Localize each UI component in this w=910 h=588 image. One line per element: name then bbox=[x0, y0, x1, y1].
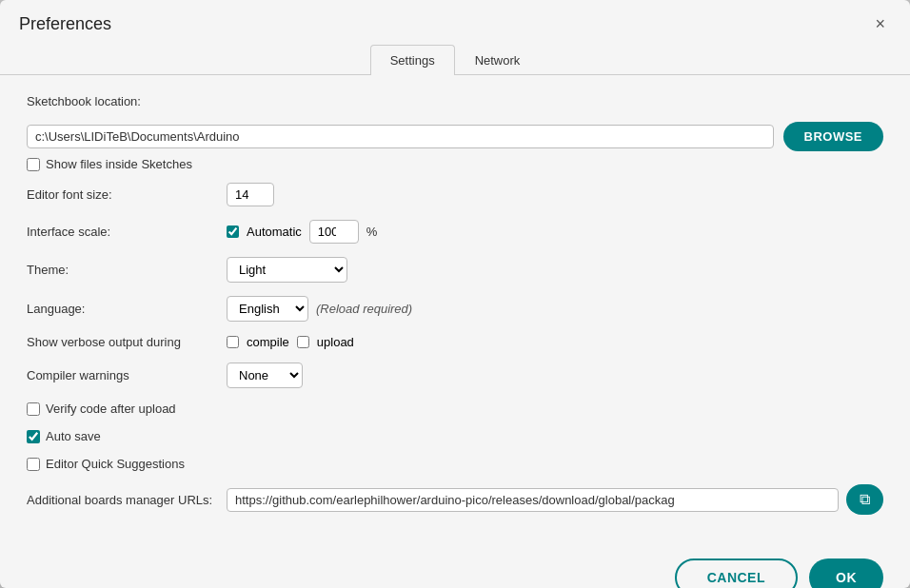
browse-button[interactable]: BROWSE bbox=[783, 122, 884, 151]
tab-settings[interactable]: Settings bbox=[370, 45, 455, 75]
additional-urls-control: ⧉ bbox=[227, 484, 883, 515]
show-files-row: Show files inside Sketches bbox=[27, 157, 883, 171]
verify-code-row: Verify code after upload bbox=[27, 402, 883, 416]
tab-bar: Settings Network bbox=[0, 44, 910, 75]
font-size-label: Editor font size: bbox=[27, 187, 227, 202]
verify-code-label: Verify code after upload bbox=[46, 402, 176, 416]
upload-label: upload bbox=[317, 335, 354, 349]
compiler-warnings-select[interactable]: None Default More All bbox=[227, 363, 303, 388]
compiler-warnings-control: None Default More All bbox=[227, 363, 883, 388]
copy-url-button[interactable]: ⧉ bbox=[846, 484, 883, 515]
dialog-footer: CANCEL OK bbox=[0, 547, 910, 588]
ok-button[interactable]: OK bbox=[809, 559, 883, 588]
upload-checkbox[interactable] bbox=[297, 336, 309, 348]
percent-symbol: % bbox=[366, 225, 378, 239]
theme-row: Theme: Light Dark System Default bbox=[27, 257, 883, 283]
automatic-label: Automatic bbox=[247, 225, 302, 239]
language-control: English Chinese French German Spanish (R… bbox=[227, 296, 883, 322]
scale-input[interactable] bbox=[309, 220, 359, 244]
sketchbook-path-row: BROWSE bbox=[27, 122, 883, 151]
language-select[interactable]: English Chinese French German Spanish bbox=[227, 296, 308, 322]
additional-urls-input[interactable] bbox=[227, 488, 839, 512]
additional-urls-row: Additional boards manager URLs: ⧉ bbox=[27, 484, 883, 515]
auto-save-row: Auto save bbox=[27, 429, 883, 443]
interface-scale-label: Interface scale: bbox=[27, 225, 227, 239]
auto-save-checkbox[interactable] bbox=[27, 430, 40, 443]
show-files-checkbox[interactable] bbox=[27, 158, 40, 171]
verbose-control: compile upload bbox=[227, 335, 883, 349]
quick-suggestions-row: Editor Quick Suggestions bbox=[27, 457, 883, 471]
language-label: Language: bbox=[27, 302, 227, 316]
show-files-label: Show files inside Sketches bbox=[46, 157, 192, 171]
cancel-button[interactable]: CANCEL bbox=[675, 559, 798, 588]
auto-save-label: Auto save bbox=[46, 429, 101, 443]
interface-scale-control: Automatic % bbox=[227, 220, 883, 244]
language-row: Language: English Chinese French German … bbox=[27, 296, 883, 322]
quick-suggestions-label: Editor Quick Suggestions bbox=[46, 457, 185, 471]
sketchbook-input[interactable] bbox=[27, 125, 774, 148]
automatic-checkbox[interactable] bbox=[227, 225, 239, 238]
theme-label: Theme: bbox=[27, 263, 227, 277]
verify-code-checkbox[interactable] bbox=[27, 402, 40, 416]
theme-control: Light Dark System Default bbox=[227, 257, 883, 283]
tab-network[interactable]: Network bbox=[455, 45, 541, 75]
theme-select[interactable]: Light Dark System Default bbox=[227, 257, 347, 283]
compiler-warnings-label: Compiler warnings bbox=[27, 368, 227, 382]
compile-label: compile bbox=[247, 335, 289, 349]
copy-icon: ⧉ bbox=[860, 491, 870, 508]
interface-scale-row: Interface scale: Automatic % bbox=[27, 220, 883, 244]
dialog-header: Preferences × bbox=[0, 0, 910, 34]
verbose-row: Show verbose output during compile uploa… bbox=[27, 335, 883, 349]
font-size-control bbox=[227, 183, 883, 206]
compile-checkbox[interactable] bbox=[227, 336, 239, 348]
dialog-title: Preferences bbox=[19, 14, 111, 34]
font-size-row: Editor font size: bbox=[27, 183, 883, 206]
preferences-dialog: Preferences × Settings Network Sketchboo… bbox=[0, 0, 910, 588]
additional-urls-label: Additional boards manager URLs: bbox=[27, 493, 227, 507]
compiler-warnings-row: Compiler warnings None Default More All bbox=[27, 363, 883, 388]
quick-suggestions-checkbox[interactable] bbox=[27, 458, 40, 471]
sketchbook-row: Sketchbook location: bbox=[27, 94, 883, 108]
font-size-input[interactable] bbox=[227, 183, 274, 206]
verbose-label: Show verbose output during bbox=[27, 335, 227, 349]
reload-note: (Reload required) bbox=[316, 302, 412, 316]
settings-content: Sketchbook location: BROWSE Show files i… bbox=[0, 75, 910, 547]
sketchbook-label: Sketchbook location: bbox=[27, 94, 227, 108]
close-button[interactable]: × bbox=[869, 13, 891, 34]
